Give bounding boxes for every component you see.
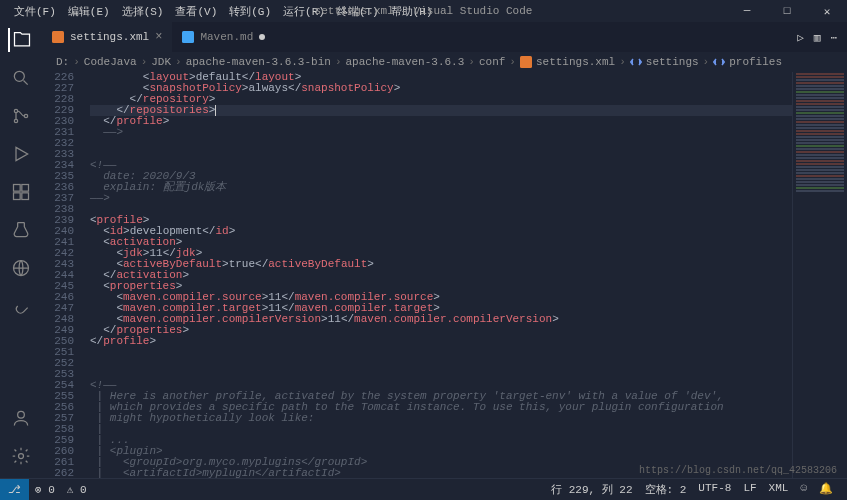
svg-point-3 [24,114,27,117]
more-icon[interactable]: ⋯ [830,31,837,44]
xml-file-icon [52,31,64,43]
xml-tag-icon [713,56,725,68]
activity-bar [0,22,42,478]
bc-item[interactable]: profiles [729,56,782,68]
settings-icon[interactable] [9,444,33,468]
svg-rect-12 [182,31,194,43]
bc-item[interactable]: settings [646,56,699,68]
source-control-icon[interactable] [9,104,33,128]
remote-indicator[interactable]: ⎇ [0,479,29,501]
tab-label: settings.xml [70,31,149,43]
run-debug-icon[interactable] [9,142,33,166]
svg-rect-4 [14,185,21,192]
svg-rect-11 [52,31,64,43]
maximize-icon[interactable]: □ [767,5,807,18]
bc-item[interactable]: JDK [151,56,171,68]
svg-point-1 [14,109,17,112]
bell-icon[interactable]: 🔔 [813,482,839,497]
svg-point-9 [18,411,25,418]
window-title: settings.xml - Visual Studio Code [315,5,533,17]
menu-edit[interactable]: 编辑(E) [62,4,116,19]
tab-settings-xml[interactable]: settings.xml × [42,22,172,52]
menu-file[interactable]: 文件(F) [8,4,62,19]
account-icon[interactable] [9,406,33,430]
menu-go[interactable]: 转到(G) [223,4,277,19]
unsaved-dot-icon [259,34,265,40]
close-icon[interactable]: ✕ [807,5,847,18]
md-file-icon [182,31,194,43]
svg-point-0 [14,71,24,81]
bc-item[interactable]: CodeJava [84,56,137,68]
xml-tag-icon [630,56,642,68]
feedback-icon[interactable]: ☺ [794,482,813,497]
indentation[interactable]: 空格: 2 [639,482,693,497]
encoding[interactable]: UTF-8 [692,482,737,497]
status-bar: ⎇ ⊗ 0 ⚠ 0 行 229, 列 22 空格: 2 UTF-8 LF XML… [0,478,847,500]
xml-file-icon [520,56,532,68]
svg-point-2 [14,119,17,122]
explorer-icon[interactable] [8,28,32,52]
svg-rect-7 [22,193,29,200]
language-mode[interactable]: XML [763,482,795,497]
line-gutter: 2262272282292302312322332342352362372382… [42,72,90,478]
bc-item[interactable]: conf [479,56,505,68]
code-editor[interactable]: 2262272282292302312322332342352362372382… [42,72,847,478]
eol[interactable]: LF [737,482,762,497]
menubar: 文件(F) 编辑(E) 选择(S) 查看(V) 转到(G) 运行(R) 终端(T… [0,0,847,22]
menu-view[interactable]: 查看(V) [169,4,223,19]
warnings-count[interactable]: ⚠ 0 [61,483,93,496]
minimap[interactable] [792,72,847,478]
tab-bar: settings.xml × Maven.md ▷ ▥ ⋯ [42,22,847,52]
clip-icon[interactable] [9,294,33,318]
svg-rect-5 [22,185,29,192]
cursor-position[interactable]: 行 229, 列 22 [545,482,638,497]
bc-item[interactable]: apache-maven-3.6.3-bin [186,56,331,68]
svg-rect-6 [14,193,21,200]
split-editor-icon[interactable]: ▥ [814,31,821,44]
errors-count[interactable]: ⊗ 0 [29,483,61,496]
svg-point-10 [19,454,24,459]
globe-icon[interactable] [9,256,33,280]
run-icon[interactable]: ▷ [797,31,804,44]
bc-item[interactable]: D: [56,56,69,68]
tab-close-icon[interactable]: × [155,30,162,44]
search-icon[interactable] [9,66,33,90]
breadcrumb[interactable]: D:› CodeJava› JDK› apache-maven-3.6.3-bi… [42,52,847,72]
menu-selection[interactable]: 选择(S) [116,4,170,19]
minimize-icon[interactable]: ─ [727,5,767,18]
code-content[interactable]: <layout>default</layout> <snapshotPolicy… [90,72,792,478]
watermark: https://blog.csdn.net/qq_42583206 [639,465,837,476]
bc-item[interactable]: settings.xml [536,56,615,68]
testing-icon[interactable] [9,218,33,242]
bc-item[interactable]: apache-maven-3.6.3 [346,56,465,68]
tab-maven-md[interactable]: Maven.md [172,22,275,52]
extensions-icon[interactable] [9,180,33,204]
svg-rect-13 [520,56,532,68]
tab-label: Maven.md [200,31,253,43]
